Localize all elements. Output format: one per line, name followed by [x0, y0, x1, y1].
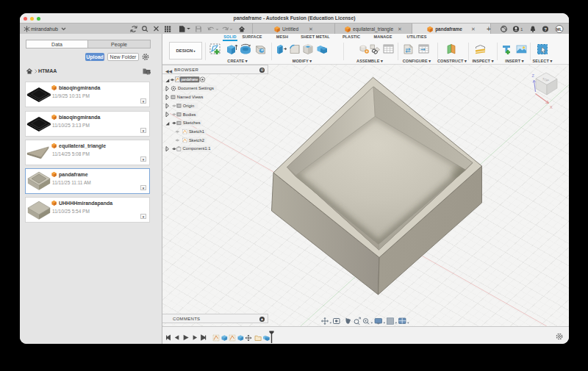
- svg-text:Sketches: Sketches: [183, 120, 201, 125]
- svg-text:Document Settings: Document Settings: [178, 86, 214, 90]
- svg-text:?: ?: [544, 27, 547, 32]
- svg-text:ML: ML: [556, 27, 563, 32]
- svg-text:Z: Z: [532, 73, 535, 78]
- svg-text:X: X: [550, 105, 553, 109]
- svg-text:Component1:1: Component1:1: [183, 146, 211, 151]
- svg-text:Named Views: Named Views: [177, 95, 204, 99]
- svg-text:pandaframe: pandaframe: [182, 77, 198, 82]
- svg-text:Bodies: Bodies: [183, 112, 196, 117]
- svg-text:Origin: Origin: [183, 104, 194, 108]
- svg-text:1: 1: [520, 27, 523, 32]
- svg-text:Sketch2: Sketch2: [189, 138, 204, 143]
- svg-text:Sketch1: Sketch1: [189, 129, 204, 134]
